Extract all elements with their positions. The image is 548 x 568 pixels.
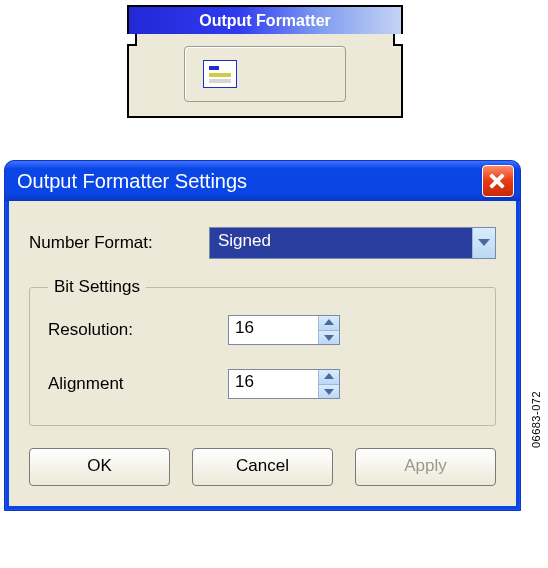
- alignment-value: 16: [229, 370, 318, 398]
- alignment-spin-buttons: [318, 370, 339, 398]
- resolution-down-button[interactable]: [319, 330, 339, 345]
- module-titlebar: Output Formatter: [129, 7, 401, 34]
- resolution-up-button[interactable]: [319, 316, 339, 330]
- alignment-row: Alignment 16: [48, 369, 477, 399]
- alignment-up-button[interactable]: [319, 370, 339, 384]
- formatter-icon: [203, 60, 237, 88]
- alignment-label: Alignment: [48, 374, 228, 394]
- number-format-select[interactable]: Signed: [209, 227, 496, 259]
- module-title: Output Formatter: [199, 12, 331, 29]
- chevron-down-icon: [472, 228, 495, 258]
- apply-button: Apply: [355, 448, 496, 486]
- figure-code-label: 06683-072: [530, 391, 542, 448]
- module-port-left: [127, 34, 137, 46]
- resolution-stepper[interactable]: 16: [228, 315, 340, 345]
- bit-settings-group: Bit Settings Resolution: 16 Alignment 16: [29, 277, 496, 426]
- dialog-buttons: OK Cancel Apply: [29, 448, 496, 486]
- module-slot[interactable]: [184, 46, 346, 102]
- dialog-titlebar[interactable]: Output Formatter Settings: [5, 161, 520, 201]
- cancel-button[interactable]: Cancel: [192, 448, 333, 486]
- resolution-label: Resolution:: [48, 320, 228, 340]
- output-formatter-module: Output Formatter: [127, 5, 403, 118]
- module-body: [129, 34, 401, 116]
- ok-button[interactable]: OK: [29, 448, 170, 486]
- number-format-value: Signed: [210, 228, 472, 258]
- dialog-client-area: Number Format: Signed Bit Settings Resol…: [9, 201, 516, 506]
- bit-settings-legend: Bit Settings: [48, 277, 146, 297]
- number-format-label: Number Format:: [29, 233, 209, 253]
- resolution-spin-buttons: [318, 316, 339, 344]
- output-formatter-settings-dialog: Output Formatter Settings Number Format:…: [4, 160, 521, 511]
- alignment-down-button[interactable]: [319, 384, 339, 399]
- number-format-row: Number Format: Signed: [29, 227, 496, 259]
- resolution-row: Resolution: 16: [48, 315, 477, 345]
- close-button[interactable]: [482, 165, 514, 197]
- module-port-right: [393, 34, 403, 46]
- dialog-title: Output Formatter Settings: [17, 170, 482, 193]
- alignment-stepper[interactable]: 16: [228, 369, 340, 399]
- resolution-value: 16: [229, 316, 318, 344]
